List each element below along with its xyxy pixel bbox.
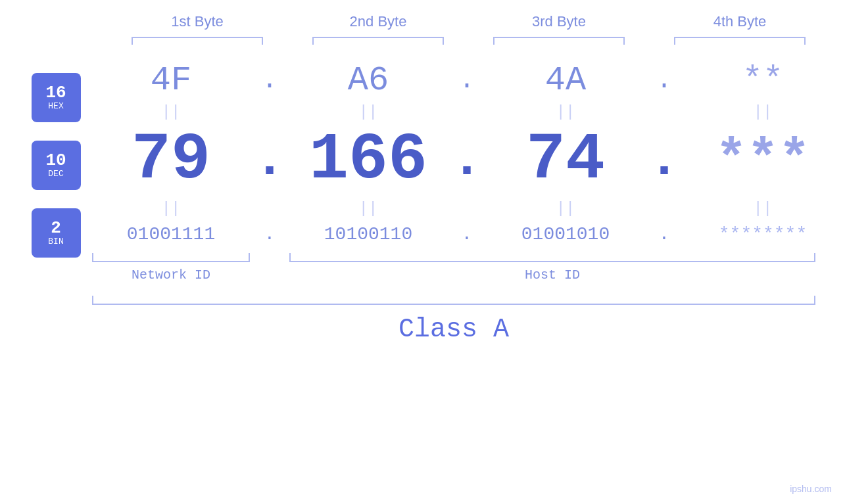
- content-area: 16 HEX 10 DEC 2 BIN 4F .: [0, 55, 845, 344]
- label-gap: [250, 267, 289, 283]
- dec-dot-1: .: [250, 134, 289, 187]
- id-labels-row: Network ID Host ID: [92, 267, 815, 283]
- eq2-b4: ||: [684, 200, 842, 218]
- equals-row-2: || || || ||: [92, 200, 815, 218]
- dec-dot-2: .: [447, 134, 487, 187]
- eq1-b3: ||: [487, 103, 644, 121]
- top-bracket-2: [312, 37, 444, 45]
- hex-dot-1: .: [250, 66, 289, 95]
- dec-b1: 79: [92, 127, 250, 193]
- network-bracket: [92, 253, 250, 262]
- dec-row: 79 . 166 . 74 . ***: [92, 127, 815, 193]
- dec-badge-label: DEC: [48, 169, 63, 179]
- top-bracket-4: [674, 37, 806, 45]
- hex-dot-3: .: [644, 66, 684, 95]
- eq1-b2: ||: [289, 103, 447, 121]
- dec-badge: 10 DEC: [32, 141, 81, 190]
- hex-b3: 4A: [487, 61, 644, 100]
- top-bracket-1: [132, 37, 263, 45]
- dec-dot-3: .: [644, 134, 684, 187]
- eq2-b2: ||: [289, 200, 447, 218]
- main-container: 1st Byte 2nd Byte 3rd Byte 4th Byte 16 H…: [0, 0, 845, 504]
- network-id-label: Network ID: [92, 267, 250, 283]
- values-area: 4F . A6 . 4A . **: [92, 55, 845, 344]
- bin-badge-label: BIN: [48, 237, 63, 246]
- bin-dot-3: .: [644, 224, 684, 244]
- byte-header-4: 4th Byte: [661, 13, 819, 30]
- dec-badge-number: 10: [45, 152, 66, 169]
- hex-badge-label: HEX: [48, 101, 63, 111]
- top-bracket-3: [493, 37, 625, 45]
- host-bracket: [289, 253, 815, 262]
- watermark: ipshu.com: [790, 484, 832, 494]
- hex-dot-2: .: [447, 66, 487, 95]
- bin-dot-2: .: [447, 224, 487, 244]
- dec-b3: 74: [487, 127, 644, 193]
- overall-bottom-bracket: [92, 296, 815, 305]
- class-label: Class A: [92, 315, 815, 344]
- eq1-b4: ||: [684, 103, 842, 121]
- hex-b4: **: [684, 61, 842, 100]
- bin-b1: 01001111: [92, 224, 250, 244]
- hex-b1: 4F: [92, 61, 250, 100]
- badges-column: 16 HEX 10 DEC 2 BIN: [0, 55, 92, 276]
- bracket-row: [92, 253, 815, 262]
- byte-header-2: 2nd Byte: [299, 13, 457, 30]
- byte-header-3: 3rd Byte: [480, 13, 638, 30]
- bin-dot-1: .: [250, 224, 289, 244]
- hex-row: 4F . A6 . 4A . **: [92, 61, 815, 100]
- bin-b3: 01001010: [487, 224, 644, 244]
- bottom-brackets-container: Network ID Host ID: [92, 253, 815, 283]
- hex-b2: A6: [289, 61, 447, 100]
- dec-b4: ***: [684, 134, 842, 187]
- byte-header-1: 1st Byte: [118, 13, 276, 30]
- bin-b2: 10100110: [289, 224, 447, 244]
- equals-row-1: || || || ||: [92, 103, 815, 121]
- byte-headers: 1st Byte 2nd Byte 3rd Byte 4th Byte: [107, 13, 831, 30]
- bin-b4: ********: [684, 224, 842, 244]
- host-id-label: Host ID: [289, 267, 815, 283]
- eq2-b1: ||: [92, 200, 250, 218]
- eq1-b1: ||: [92, 103, 250, 121]
- hex-badge: 16 HEX: [32, 73, 81, 122]
- bin-badge: 2 BIN: [32, 208, 81, 258]
- dec-b2: 166: [289, 127, 447, 193]
- bin-badge-number: 2: [51, 219, 61, 237]
- eq2-b3: ||: [487, 200, 644, 218]
- bin-row: 01001111 . 10100110 . 01001010 .: [92, 224, 815, 244]
- top-brackets: [107, 37, 831, 45]
- hex-badge-number: 16: [45, 84, 66, 101]
